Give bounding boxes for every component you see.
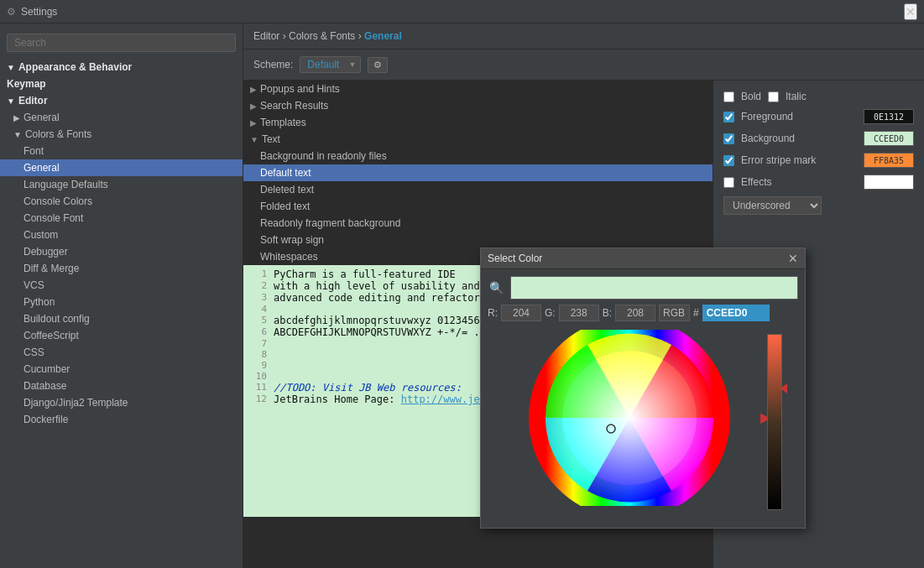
sidebar-item-editor[interactable]: ▼ Editor (0, 92, 243, 109)
underline-row: Underscored (723, 196, 914, 215)
sidebar-item-database[interactable]: Database (0, 378, 243, 394)
dialog-close-button[interactable]: ✕ (788, 252, 798, 265)
scheme-select[interactable]: Default (300, 56, 361, 73)
color-preview-box (510, 276, 798, 300)
sidebar-item-language-defaults[interactable]: Language Defaults (0, 176, 243, 193)
background-label: Background (741, 133, 857, 144)
wheel-cursor (607, 425, 615, 433)
tree-item-text[interactable]: ▼ Text (243, 131, 713, 148)
sidebar-item-python[interactable]: Python (0, 294, 243, 310)
sidebar-item-css[interactable]: CSS (0, 344, 243, 361)
color-wheel-wedges (546, 334, 713, 503)
g-label: G: (545, 307, 556, 319)
close-button[interactable]: ✕ (904, 3, 917, 20)
r-input[interactable] (501, 305, 541, 321)
expand-icon: ▶ (250, 102, 257, 111)
tree-item-default-text[interactable]: Default text (243, 164, 713, 181)
color-wheel-svg[interactable] (504, 330, 755, 506)
expand-icon: ▼ (7, 96, 15, 106)
error-row: Error stripe mark FF8A35 (723, 153, 914, 168)
r-label: R: (488, 307, 498, 319)
expand-icon: ▶ (13, 113, 20, 122)
background-color-swatch[interactable]: CCEED0 (864, 131, 914, 146)
tree-item-bg-readonly[interactable]: Background in readonly files (243, 148, 713, 164)
scheme-label: Scheme: (253, 59, 293, 70)
gear-button[interactable]: ⚙ (368, 57, 388, 73)
sidebar-item-general2[interactable]: General (0, 159, 243, 176)
bold-row: Bold Italic (723, 91, 914, 102)
tree-item-search-results[interactable]: ▶ Search Results (243, 97, 713, 114)
sidebar-item-dockerfile[interactable]: Dockerfile (0, 411, 243, 428)
effects-color-swatch[interactable] (864, 175, 914, 190)
expand-icon: ▼ (250, 135, 258, 144)
tree-item-deleted-text[interactable]: Deleted text (243, 181, 713, 198)
tree-item-readonly-fragment[interactable]: Readonly fragment background (243, 215, 713, 232)
search-input[interactable] (7, 34, 236, 52)
underline-select[interactable]: Underscored (723, 196, 822, 215)
rgb-row: R: G: B: RGB # (488, 305, 798, 321)
error-color-swatch[interactable]: FF8A35 (864, 153, 914, 168)
tree-item-templates[interactable]: ▶ Templates (243, 114, 713, 131)
sidebar-item-appearance[interactable]: ▼ Appearance & Behavior (0, 59, 243, 76)
select-color-dialog: Select Color ✕ 🔍 R: G: B: RGB # (480, 248, 806, 529)
error-label: Error stripe mark (741, 154, 857, 166)
color-preview-row: 🔍 (488, 276, 798, 300)
sidebar-item-coffeescript[interactable]: CoffeeScript (0, 327, 243, 344)
search-box[interactable] (7, 34, 236, 52)
sidebar-item-console-font[interactable]: Console Font (0, 210, 243, 227)
foreground-label: Foreground (741, 111, 857, 122)
italic-checkbox[interactable] (768, 91, 779, 102)
titlebar-left: ⚙ Settings (7, 6, 57, 18)
rgb-mode-select[interactable]: RGB (659, 305, 690, 321)
sidebar: ▼ Appearance & Behavior Keymap ▼ Editor … (0, 23, 243, 568)
sidebar-item-cucumber[interactable]: Cucumber (0, 361, 243, 378)
dialog-titlebar: Select Color ✕ (481, 248, 805, 269)
tree-item-popups[interactable]: ▶ Popups and Hints (243, 81, 713, 97)
expand-icon: ▼ (13, 130, 22, 139)
hex-input[interactable] (702, 305, 770, 321)
sidebar-item-console-colors[interactable]: Console Colors (0, 193, 243, 210)
scheme-select-wrap[interactable]: Default (300, 56, 361, 73)
effects-label: Effects (741, 176, 857, 188)
color-wheel-container: ▶ (504, 330, 764, 514)
color-wheel-area: ▶ (488, 326, 798, 521)
sidebar-item-custom[interactable]: Custom (0, 227, 243, 243)
expand-icon: ▶ (250, 118, 257, 128)
titlebar: ⚙ Settings ✕ (0, 0, 924, 23)
sidebar-item-general[interactable]: ▶ General (0, 109, 243, 126)
sidebar-item-font[interactable]: Font (0, 143, 243, 159)
b-input[interactable] (615, 305, 655, 321)
foreground-color-swatch[interactable]: 0E1312 (864, 109, 914, 124)
app-icon: ⚙ (7, 6, 16, 18)
effects-checkbox[interactable] (723, 177, 734, 188)
sidebar-item-diff-merge[interactable]: Diff & Merge (0, 260, 243, 277)
sidebar-item-django[interactable]: Django/Jinja2 Template (0, 394, 243, 411)
svg-point-1 (546, 334, 713, 502)
eyedropper-button[interactable]: 🔍 (488, 279, 505, 296)
bold-label: Bold (741, 91, 761, 102)
dialog-title: Select Color (488, 253, 542, 264)
error-checkbox[interactable] (723, 155, 734, 166)
background-checkbox[interactable] (723, 133, 734, 144)
brightness-slider-container (767, 334, 782, 510)
sidebar-item-debugger[interactable]: Debugger (0, 243, 243, 260)
sidebar-item-buildout[interactable]: Buildout config (0, 310, 243, 327)
sidebar-item-keymap[interactable]: Keymap (0, 76, 243, 92)
breadcrumb: Editor › Colors & Fonts › General (243, 23, 924, 50)
foreground-checkbox[interactable] (723, 112, 734, 122)
effects-row: Effects (723, 175, 914, 190)
g-input[interactable] (559, 305, 599, 321)
sidebar-item-vcs[interactable]: VCS (0, 277, 243, 294)
sidebar-item-colors-fonts[interactable]: ▼ Colors & Fonts (0, 126, 243, 143)
background-row: Background CCEED0 (723, 131, 914, 146)
bold-checkbox[interactable] (723, 91, 734, 102)
brightness-slider[interactable] (767, 334, 782, 510)
hex-label: # (693, 307, 699, 319)
scheme-row: Scheme: Default ⚙ (243, 50, 924, 81)
dialog-content: 🔍 R: G: B: RGB # (481, 269, 805, 528)
expand-icon: ▼ (7, 63, 15, 72)
tree-item-folded-text[interactable]: Folded text (243, 198, 713, 215)
foreground-row: Foreground 0E1312 (723, 109, 914, 124)
tree-item-soft-wrap[interactable]: Soft wrap sign (243, 232, 713, 248)
brightness-handle (762, 383, 787, 393)
